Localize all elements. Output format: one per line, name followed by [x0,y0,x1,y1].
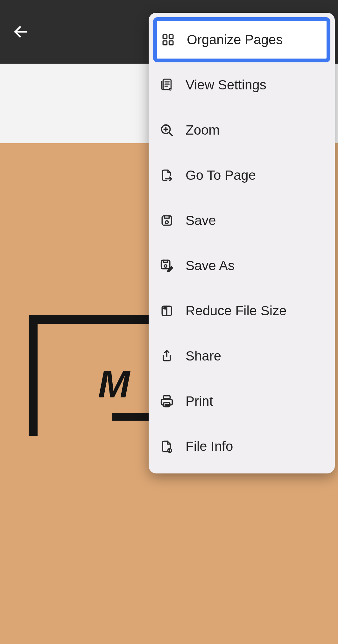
printer-icon [159,393,175,409]
save-as-icon [159,258,175,274]
arrow-left-icon [12,24,29,40]
document-gear-icon [159,77,175,93]
svg-rect-23 [163,396,170,399]
menu-item-label: View Settings [186,77,266,93]
menu-item-label: Print [186,394,213,409]
document-text-fragment: M [98,362,130,406]
zoom-in-icon [159,122,175,138]
save-icon [159,213,175,228]
menu-item-save[interactable]: Save [153,198,330,243]
menu-item-label: Share [186,348,221,364]
menu-item-share[interactable]: Share [153,333,330,379]
menu-item-go-to-page[interactable]: Go To Page [153,153,330,198]
share-icon [159,348,175,364]
menu-item-reduce-file-size[interactable]: Reduce File Size [153,288,330,333]
menu-item-file-info[interactable]: File Info [153,424,330,469]
svg-rect-4 [169,41,173,45]
svg-point-17 [165,221,168,224]
svg-rect-3 [163,41,167,45]
app-viewport: M Organize Pages [0,0,338,644]
menu-item-zoom[interactable]: Zoom [153,108,330,153]
menu-item-label: File Info [186,439,233,454]
menu-item-label: Reduce File Size [186,303,286,318]
menu-item-save-as[interactable]: Save As [153,243,330,288]
menu-item-label: Go To Page [186,168,256,183]
menu-item-label: Organize Pages [187,32,283,47]
file-info-icon [159,438,175,454]
menu-item-print[interactable]: Print [153,379,330,424]
back-button[interactable] [10,21,32,43]
svg-line-12 [169,133,173,136]
compress-icon [159,303,175,319]
overflow-menu: Organize Pages View Settings [149,13,335,473]
page-arrow-icon [159,167,175,183]
grid-icon [160,32,176,48]
svg-rect-2 [169,35,173,38]
svg-point-10 [170,89,171,90]
menu-item-view-settings[interactable]: View Settings [153,62,330,108]
menu-item-label: Save [186,213,216,228]
menu-item-label: Save As [186,258,235,273]
menu-item-label: Zoom [186,122,220,138]
menu-item-organize-pages[interactable]: Organize Pages [153,17,330,62]
svg-point-19 [164,265,167,267]
svg-rect-1 [163,35,167,38]
